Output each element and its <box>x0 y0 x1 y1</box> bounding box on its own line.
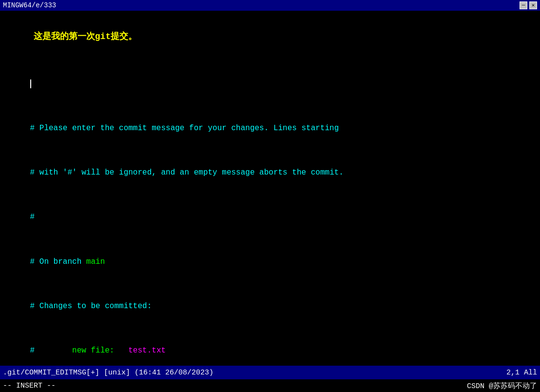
comment-line-6: # new file: test.txt <box>2 329 538 366</box>
status-filename: .git/COMMIT_EDITMSG[+] <box>3 369 99 377</box>
hash-symbol: # <box>30 346 35 355</box>
comment-text-1: Please enter the commit message for your… <box>39 124 339 133</box>
comment-line-2: # with '#' will be ignored, and an empty… <box>2 151 538 195</box>
cursor-line <box>2 62 538 106</box>
hash-symbol: # <box>30 168 39 177</box>
and-keyword: and <box>161 168 175 177</box>
commit-message-line: 这是我的第一次git提交。 <box>2 12 538 62</box>
csdn-branding: CSDN @苏苏码不动了 <box>467 381 537 391</box>
indent-space <box>35 346 72 355</box>
title-bar: MINGW64/e/333 ─ ✕ <box>0 0 540 11</box>
commit-message-text: 这是我的第一次git提交。 <box>34 32 137 41</box>
file-space <box>114 346 128 355</box>
comment-line-3: # <box>2 195 538 239</box>
comment-text-2: with '#' will be ignored, <box>39 168 161 177</box>
filename-text: test.txt <box>128 346 166 355</box>
close-button[interactable]: ✕ <box>529 1 537 9</box>
comment-line-4: # On branch main <box>2 239 538 284</box>
hash-symbol: # <box>30 213 35 221</box>
new-file-label: new file: <box>72 346 114 355</box>
hash-symbol: # <box>30 302 39 311</box>
comment-text-2b: an empty message aborts <box>175 168 292 177</box>
status-time: (16:41 26/08/2023) <box>135 369 213 377</box>
hash-symbol: # <box>30 257 39 266</box>
hash-symbol: # <box>30 124 39 133</box>
on-branch-text: On branch <box>39 257 86 266</box>
status-file-info: .git/COMMIT_EDITMSG[+] [unix] (16:41 26/… <box>3 369 213 377</box>
text-cursor <box>30 79 31 88</box>
mode-bar: -- INSERT -- CSDN @苏苏码不动了 <box>0 379 540 392</box>
minimize-button[interactable]: ─ <box>520 1 527 9</box>
comment-line-5: # Changes to be committed: <box>2 284 538 328</box>
title-bar-buttons: ─ ✕ <box>520 1 537 9</box>
status-bar: .git/COMMIT_EDITMSG[+] [unix] (16:41 26/… <box>0 366 540 379</box>
editor-content[interactable]: 这是我的第一次git提交。 # Please enter the commit … <box>0 11 540 366</box>
changes-label: Changes to be committed: <box>39 302 152 311</box>
title-bar-text: MINGW64/e/333 <box>3 1 56 9</box>
vim-editor: MINGW64/e/333 ─ ✕ 这是我的第一次git提交。 # Please… <box>0 0 540 392</box>
comment-line-1: # Please enter the commit message for yo… <box>2 106 538 151</box>
insert-mode-label: -- INSERT -- <box>3 382 56 390</box>
status-position: 2,1 All <box>506 369 537 377</box>
branch-name: main <box>86 257 105 266</box>
the-keyword: the <box>292 168 306 177</box>
comment-text-2c: commit. <box>306 168 344 177</box>
status-format-text: [unix] <box>104 369 130 377</box>
